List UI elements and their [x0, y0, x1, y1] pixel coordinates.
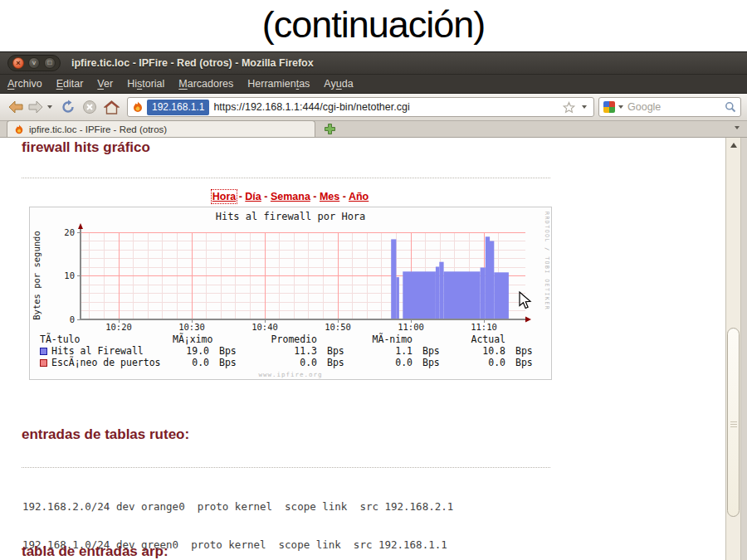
vertical-scrollbar[interactable] [725, 138, 747, 560]
legend-header-row: TÃ-tulo MÃ¡ximo Promedio MÃ-nimo Actual [30, 334, 551, 345]
link-separator: - [339, 191, 349, 202]
legend-row-hits: Hits al Firewall 19.0Bps 11.3Bps 1.1Bps … [30, 345, 551, 357]
menu-marcadores[interactable]: Marcadores [178, 78, 233, 90]
tab-strip: ipfire.tic.loc - IPFire - Red (otros) [0, 121, 747, 138]
link-separator: - [310, 191, 320, 202]
search-engine-dropdown-icon[interactable] [618, 105, 623, 109]
heading-routing-table: entradas de tablas ruteo: [22, 426, 189, 443]
site-identity-box[interactable]: 192.168.1.1 [147, 100, 209, 115]
heading-firewall-hits: firewall hits gráfico [22, 139, 150, 156]
window-titlebar: × v □ ipfire.tic.loc - IPFire - Red (otr… [0, 52, 747, 75]
home-icon[interactable] [104, 100, 120, 114]
tab-favicon-icon [14, 124, 24, 134]
graph-legend: TÃ-tulo MÃ¡ximo Promedio MÃ-nimo Actual … [30, 334, 551, 368]
link-ano[interactable]: Año [349, 191, 369, 202]
search-engine-icon[interactable] [603, 101, 615, 113]
svg-text:10:30: 10:30 [178, 322, 205, 332]
window-edge [741, 138, 747, 560]
new-tab-icon[interactable] [324, 123, 336, 135]
svg-text:0: 0 [70, 314, 75, 324]
minimize-button[interactable]: v [28, 57, 40, 69]
maximize-button[interactable]: □ [44, 57, 56, 69]
menu-historial[interactable]: Historial [127, 78, 164, 90]
menu-archivo[interactable]: Archivo [7, 78, 42, 90]
divider [22, 467, 550, 468]
close-button[interactable]: × [12, 57, 24, 69]
back-icon[interactable] [7, 100, 24, 114]
menu-editar[interactable]: Editar [56, 78, 84, 90]
search-box[interactable] [598, 97, 741, 117]
history-chevron-icon[interactable] [47, 105, 52, 109]
divider [22, 178, 550, 178]
stop-icon[interactable] [82, 100, 97, 114]
menu-ver[interactable]: Ver [97, 78, 113, 90]
ipfire-watermark: www.ipfire.org [30, 371, 551, 378]
menu-ayuda[interactable]: Ayuda [324, 78, 353, 90]
rrdtool-credit: RRDTOOL / TOBI OETIKER [544, 212, 550, 310]
link-semana[interactable]: Semana [271, 191, 310, 202]
firefox-window: × v □ ipfire.tic.loc - IPFire - Red (otr… [0, 51, 747, 560]
svg-text:20: 20 [64, 227, 75, 237]
link-mes[interactable]: Mes [320, 191, 339, 202]
window-controls: × v □ [7, 55, 61, 71]
tab-ipfire[interactable]: ipfire.tic.loc - IPFire - Red (otros) [7, 120, 315, 137]
navigation-toolbar: 192.168.1.1 https://192.168.1.1:444/cgi-… [0, 94, 747, 121]
window-title: ipfire.tic.loc - IPFire - Red (otros) - … [71, 57, 314, 69]
forward-icon[interactable] [27, 100, 44, 114]
tab-list-chevron-icon[interactable] [735, 126, 740, 129]
link-hora[interactable]: Hora [212, 191, 236, 202]
legend-swatch-hits [40, 348, 47, 355]
slide-title: (continuación) [0, 0, 747, 51]
period-links: Hora - Día - Semana - Mes - Año [29, 191, 552, 202]
svg-text:11:00: 11:00 [398, 322, 424, 332]
url-dropdown-icon[interactable] [582, 105, 587, 109]
rrd-plot: 10:2010:3010:4010:5011:0011:1001020Hits … [30, 207, 551, 333]
svg-text:Bytes por segundo: Bytes por segundo [32, 231, 42, 319]
search-input[interactable] [627, 101, 725, 113]
heading-arp-table: tabla de entradas arp: [22, 543, 168, 560]
menu-herramientas[interactable]: Herramientas [247, 78, 310, 90]
mouse-cursor [519, 291, 532, 309]
rrd-graph: 10:2010:3010:4010:5011:0011:1001020Hits … [29, 207, 552, 380]
scrollbar-thumb[interactable] [727, 328, 740, 517]
legend-swatch-portscan [40, 359, 47, 367]
page-viewport: firewall hits gráfico Hora - Día - Seman… [0, 138, 747, 560]
legend-row-portscan: EscÃ¡neo de puertos 0.0Bps 0.0Bps 0.0Bps… [30, 357, 551, 368]
scroll-up-icon[interactable] [730, 143, 737, 148]
search-magnifier-icon[interactable] [725, 101, 736, 113]
tab-title: ipfire.tic.loc - IPFire - Red (otros) [29, 124, 167, 134]
reload-icon[interactable] [61, 100, 76, 114]
svg-text:10: 10 [64, 270, 75, 280]
scrollbar-grip [730, 420, 737, 429]
link-separator: - [236, 191, 245, 202]
svg-text:10:50: 10:50 [325, 322, 351, 332]
svg-text:10:20: 10:20 [105, 322, 132, 332]
svg-text:11:10: 11:10 [471, 322, 497, 332]
scrollbar-track[interactable] [725, 138, 741, 560]
url-text[interactable]: https://192.168.1.1:444/cgi-bin/netother… [213, 101, 409, 113]
link-separator: - [261, 191, 271, 202]
svg-text:Hits al firewall por Hora: Hits al firewall por Hora [216, 211, 366, 222]
bookmark-star-icon[interactable] [563, 101, 575, 114]
menubar: Archivo Editar Ver Historial Marcadores … [0, 75, 747, 94]
link-dia[interactable]: Día [245, 191, 261, 202]
route-line: 192.168.2.0/24 dev orange0 proto kernel … [22, 500, 535, 513]
url-bar[interactable]: 192.168.1.1 https://192.168.1.1:444/cgi-… [127, 97, 594, 117]
svg-text:10:40: 10:40 [251, 322, 278, 332]
site-favicon-icon[interactable] [132, 101, 144, 113]
